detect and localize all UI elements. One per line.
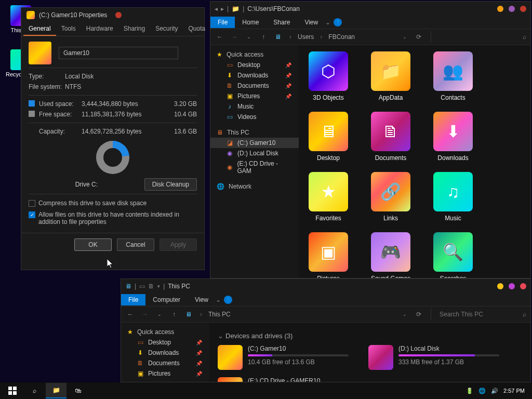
tray-network-icon[interactable]: 🌐: [478, 388, 486, 394]
tray-battery-icon[interactable]: 🔋: [466, 388, 473, 394]
folder-documents[interactable]: 🗎Documents: [367, 112, 414, 162]
expand-ribbon-icon[interactable]: ⌄: [325, 19, 330, 26]
taskbar-store[interactable]: 🛍: [68, 383, 88, 398]
drive-name-input[interactable]: [59, 47, 178, 59]
menu-file[interactable]: File: [121, 294, 145, 305]
tab-general[interactable]: General: [23, 22, 56, 36]
maximize-button[interactable]: [509, 6, 515, 12]
nav-documents[interactable]: 🗎Documents📌: [121, 358, 209, 368]
forward-button[interactable]: →: [140, 309, 150, 320]
index-checkbox[interactable]: ✓ Allow files on this drive to have cont…: [29, 209, 197, 228]
folder-appdata[interactable]: 📁AppData: [367, 51, 414, 101]
minimize-button[interactable]: [497, 283, 503, 289]
search-button[interactable]: ⌕: [24, 383, 45, 398]
folder-music[interactable]: ♫Music: [430, 172, 476, 222]
drive-d[interactable]: (D:) Local Disk 333 MB free of 1.37 GB: [366, 343, 501, 372]
quick-access-header[interactable]: ★ Quick access: [210, 49, 299, 60]
search-icon[interactable]: ⌕: [523, 311, 526, 318]
nav-drive-e[interactable]: ◉(E:) CD Drive - GAM: [210, 158, 299, 176]
nav-downloads[interactable]: ⬇Downloads📌: [121, 348, 209, 358]
nav-downloads[interactable]: ⬇Downloads📌: [210, 70, 299, 81]
tab-tools[interactable]: Tools: [56, 22, 81, 36]
folder-contacts[interactable]: 👥Contacts: [430, 51, 476, 101]
folder-favorites[interactable]: ★Favorites: [305, 172, 352, 222]
crumb-fbconan[interactable]: FBConan: [328, 33, 355, 41]
search-input[interactable]: [436, 31, 520, 43]
nav-desktop[interactable]: ▭Desktop📌: [121, 337, 209, 348]
drive-c[interactable]: (C:) Gamer10 10.4 GB free of 13.6 GB: [216, 343, 351, 372]
forward-button[interactable]: →: [229, 32, 240, 42]
address-dropdown[interactable]: ⌄: [403, 34, 407, 39]
nav-documents[interactable]: 🗎Documents📌: [210, 81, 299, 91]
nav-desktop[interactable]: ▭Desktop📌: [210, 60, 299, 70]
folder-desktop[interactable]: 🖥Desktop: [305, 112, 352, 162]
minimize-button[interactable]: [497, 6, 503, 12]
nav-drive-c[interactable]: ◪(C:) Gamer10: [210, 138, 299, 148]
this-pc-header[interactable]: 🖥 This PC: [210, 127, 299, 138]
menu-share[interactable]: Share: [266, 17, 297, 28]
quick-access-header[interactable]: ★ Quick access: [121, 327, 209, 337]
crumb-this-pc[interactable]: This PC: [208, 311, 231, 318]
folder-pictures[interactable]: ▣Pictures: [305, 232, 352, 278]
close-button[interactable]: [520, 6, 526, 12]
nav-forward-icon[interactable]: ▸: [221, 5, 224, 12]
menu-view[interactable]: View: [188, 294, 216, 305]
tab-security[interactable]: Security: [150, 22, 183, 36]
apply-button[interactable]: Apply: [159, 238, 197, 251]
recent-dropdown[interactable]: ⌄: [244, 32, 254, 42]
folder-links[interactable]: 🔗Links: [367, 172, 414, 222]
title-bar[interactable]: 🖥 | ▭ 🗎 ▾ | This PC: [121, 279, 530, 294]
folder-downloads[interactable]: ⬇Downloads: [430, 112, 476, 162]
nav-drive-d[interactable]: ◉(D:) Local Disk: [210, 148, 299, 158]
tray-volume-icon[interactable]: 🔊: [491, 388, 498, 394]
back-button[interactable]: ←: [125, 309, 136, 320]
start-button[interactable]: [2, 383, 23, 398]
help-icon[interactable]: ?: [224, 296, 232, 304]
nav-music[interactable]: ♪Music: [210, 101, 299, 112]
props-icon[interactable]: ▭: [139, 283, 145, 290]
nav-videos[interactable]: ▭Videos: [210, 112, 299, 122]
doc-icon[interactable]: 🗎: [148, 283, 154, 290]
help-icon[interactable]: ?: [334, 18, 342, 26]
close-button[interactable]: [115, 12, 122, 18]
refresh-button[interactable]: ⟳: [416, 33, 421, 41]
folder-3d-objects[interactable]: ⬡3D Objects: [305, 51, 352, 101]
tab-quota[interactable]: Quota: [183, 22, 210, 36]
network-header[interactable]: 🌐 Network: [210, 181, 299, 192]
up-button[interactable]: ↑: [258, 32, 269, 42]
refresh-button[interactable]: ⟳: [416, 311, 421, 318]
menu-view[interactable]: View: [297, 17, 325, 28]
title-bar[interactable]: ◂ ▸ | 📁 | C:\Users\FBConan: [210, 2, 530, 16]
nav-chevrons-icon[interactable]: |: [227, 5, 229, 12]
tab-hardware[interactable]: Hardware: [81, 22, 118, 36]
maximize-button[interactable]: [509, 283, 515, 289]
menu-computer[interactable]: Computer: [145, 294, 188, 305]
pin-icon: 📌: [196, 350, 202, 356]
cancel-button[interactable]: Cancel: [117, 238, 154, 251]
nav-back-icon[interactable]: ◂: [215, 5, 218, 12]
search-icon[interactable]: ⌕: [523, 33, 526, 41]
tray-clock[interactable]: 2:57 PM: [503, 388, 525, 394]
taskbar-explorer[interactable]: 📁: [46, 383, 66, 398]
folder-searches[interactable]: 🔍Searches: [430, 232, 476, 278]
expand-ribbon-icon[interactable]: ⌄: [216, 296, 221, 303]
close-button[interactable]: [520, 283, 526, 289]
ok-button[interactable]: OK: [74, 238, 112, 251]
crumb-users[interactable]: Users: [298, 33, 314, 41]
nav-pictures[interactable]: ▣Pictures📌: [121, 368, 209, 379]
drive-e[interactable]: (E:) CD Drive - GAMER10 0 bytes free of …: [216, 375, 351, 382]
tab-sharing[interactable]: Sharing: [118, 22, 150, 36]
menu-file[interactable]: File: [210, 17, 235, 28]
folder-saved-games[interactable]: 🎮Saved Games: [367, 232, 414, 278]
recent-dropdown[interactable]: ⌄: [154, 309, 165, 320]
dialog-title-bar[interactable]: (C:) Gamer10 Properties: [21, 8, 204, 22]
disk-cleanup-button[interactable]: Disk Cleanup: [144, 178, 197, 191]
menu-home[interactable]: Home: [235, 17, 266, 28]
nav-pictures[interactable]: ▣Pictures📌: [210, 91, 299, 101]
back-button[interactable]: ←: [215, 32, 225, 42]
compress-checkbox[interactable]: Compress this drive to save disk space: [29, 197, 197, 209]
search-input[interactable]: [436, 309, 520, 320]
devices-section-header[interactable]: ⌄Devices and drives (3): [216, 329, 524, 343]
address-dropdown[interactable]: ⌄: [403, 312, 407, 317]
up-button[interactable]: ↑: [169, 309, 179, 320]
